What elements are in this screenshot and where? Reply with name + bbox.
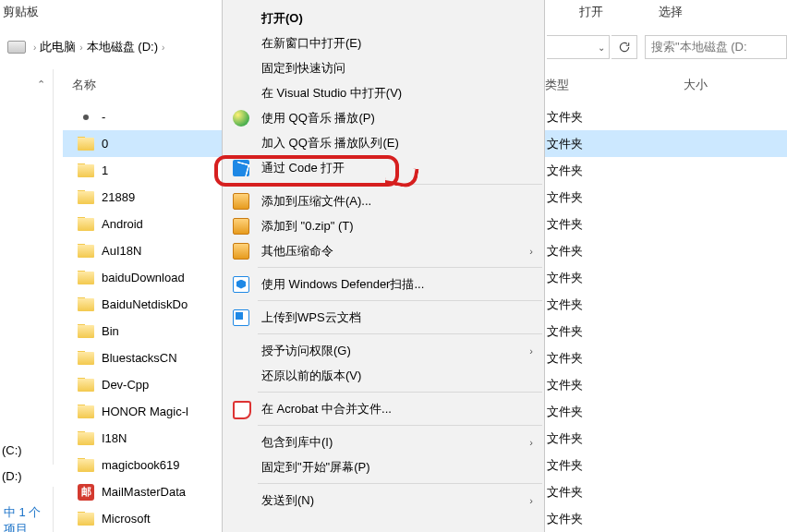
file-name: I18N xyxy=(102,431,127,445)
menu-item-label: 包含到库中(I) xyxy=(261,434,333,451)
file-type: 文件夹 xyxy=(547,136,685,152)
file-name: HONOR Magic-l xyxy=(102,405,188,418)
file-name: BaiduNetdiskDo xyxy=(102,297,188,311)
file-name: Bin xyxy=(102,324,119,338)
menu-separator xyxy=(258,184,542,185)
chevron-down-icon: ⌄ xyxy=(598,42,605,53)
file-name: BluestacksCN xyxy=(102,351,177,365)
menu-item[interactable]: 在新窗口中打开(E) xyxy=(223,30,544,55)
bullet-icon xyxy=(83,115,89,120)
menu-separator xyxy=(258,392,542,393)
menu-item[interactable]: 其他压缩命令› xyxy=(223,238,544,263)
menu-item-label: 其他压缩命令 xyxy=(261,243,333,260)
nav-drive-c[interactable]: (C:) xyxy=(0,439,54,461)
file-name: Dev-Cpp xyxy=(102,378,149,392)
chevron-right-icon: › xyxy=(162,42,164,53)
menu-item-label: 授予访问权限(G) xyxy=(261,343,351,359)
file-type: 文件夹 xyxy=(547,296,685,313)
menu-item[interactable]: 通过 Code 打开 xyxy=(223,155,544,180)
menu-item[interactable]: 授予访问权限(G)› xyxy=(223,338,544,363)
ribbon-groups-right: 打开 选择 xyxy=(547,0,787,24)
refresh-icon xyxy=(618,41,631,54)
refresh-button[interactable] xyxy=(611,35,637,59)
column-header-size[interactable]: 大小 xyxy=(684,77,776,93)
navigation-pane: ⌃ (C:) (D:) 中 1 个项目 xyxy=(0,69,54,532)
menu-item-label: 还原以前的版本(V) xyxy=(261,368,361,384)
menu-item-label: 发送到(N) xyxy=(261,492,314,509)
menu-item[interactable]: 固定到"开始"屏幕(P) xyxy=(223,454,544,479)
menu-item-label: 固定到快速访问 xyxy=(261,60,345,77)
folder-icon xyxy=(78,325,94,338)
column-header-type[interactable]: 类型 xyxy=(545,77,684,93)
file-type: 文件夹 xyxy=(547,109,685,126)
menu-item[interactable]: 添加到压缩文件(A)... xyxy=(223,188,544,213)
folder-icon xyxy=(78,138,94,151)
menu-item[interactable]: 发送到(N)› xyxy=(223,488,544,513)
menu-item-label: 打开(O) xyxy=(261,10,303,27)
menu-item[interactable]: 在 Visual Studio 中打开(V) xyxy=(223,80,544,105)
menu-item-label: 使用 Windows Defender扫描... xyxy=(261,276,424,293)
search-input[interactable]: 搜索"本地磁盘 (D: xyxy=(645,35,787,59)
menu-item[interactable]: 还原以前的版本(V) xyxy=(223,363,544,388)
ribbon-select-label: 选择 xyxy=(659,4,683,20)
file-type: 文件夹 xyxy=(547,457,685,474)
folder-icon xyxy=(78,432,94,445)
menu-item[interactable]: 在 Acrobat 中合并文件... xyxy=(223,396,544,421)
menu-item[interactable]: 上传到WPS云文档 xyxy=(223,305,544,330)
menu-item-label: 固定到"开始"屏幕(P) xyxy=(261,459,370,476)
breadcrumb[interactable]: › 此电脑 › 本地磁盘 (D:) › xyxy=(33,39,164,55)
breadcrumb-drive[interactable]: 本地磁盘 (D:) xyxy=(87,39,158,55)
file-type: 文件夹 xyxy=(547,377,685,393)
breadcrumb-this-pc[interactable]: 此电脑 xyxy=(40,39,76,55)
file-type: 文件夹 xyxy=(547,189,685,206)
file-type: 文件夹 xyxy=(547,163,685,179)
expand-icon[interactable]: ⌃ xyxy=(37,79,46,88)
nav-drive-d[interactable]: (D:) xyxy=(0,465,54,487)
file-name: magicbook619 xyxy=(102,458,180,472)
file-name: MailMasterData xyxy=(102,485,186,499)
chevron-right-icon: › xyxy=(529,495,533,506)
file-type: 文件夹 xyxy=(547,323,685,340)
menu-item-label: 在新窗口中打开(E) xyxy=(261,35,361,52)
search-placeholder: 搜索"本地磁盘 (D: xyxy=(651,39,747,55)
menu-separator xyxy=(258,425,542,426)
folder-icon xyxy=(78,218,94,231)
qq-music-icon xyxy=(233,110,249,127)
folder-icon xyxy=(78,164,94,177)
file-type: 文件夹 xyxy=(547,484,685,501)
menu-item[interactable]: 使用 QQ音乐 播放(P) xyxy=(223,105,544,130)
menu-item-label: 在 Visual Studio 中打开(V) xyxy=(261,85,402,102)
ribbon-group-clipboard: 剪贴板 xyxy=(0,0,55,24)
folder-icon xyxy=(78,245,94,258)
menu-item[interactable]: 加入 QQ音乐 播放队列(E) xyxy=(223,130,544,155)
file-name: 1 xyxy=(102,163,108,177)
menu-separator xyxy=(258,333,542,334)
folder-icon xyxy=(78,352,94,365)
context-menu: 打开(O)在新窗口中打开(E)固定到快速访问在 Visual Studio 中打… xyxy=(222,0,545,532)
zip-icon-icon xyxy=(233,243,249,260)
menu-item-label: 加入 QQ音乐 播放队列(E) xyxy=(261,135,399,151)
file-type: 文件夹 xyxy=(547,243,685,260)
chevron-right-icon: › xyxy=(529,345,533,357)
menu-item[interactable]: 使用 Windows Defender扫描... xyxy=(223,272,544,296)
folder-icon xyxy=(78,379,94,392)
chevron-right-icon: › xyxy=(529,437,533,448)
menu-item-label: 使用 QQ音乐 播放(P) xyxy=(261,110,375,127)
file-name: Android xyxy=(102,217,143,231)
menu-item[interactable]: 固定到快速访问 xyxy=(223,55,544,80)
file-type: 文件夹 xyxy=(547,350,685,367)
file-type: 文件夹 xyxy=(547,511,685,527)
file-type: 文件夹 xyxy=(547,404,685,420)
menu-item[interactable]: 添加到 "0.zip" (T) xyxy=(223,213,544,238)
drive-icon xyxy=(7,41,26,54)
address-dropdown[interactable]: ⌄ xyxy=(547,35,610,59)
folder-icon xyxy=(78,191,94,204)
ribbon-clipboard-label: 剪贴板 xyxy=(3,4,39,20)
file-name: 21889 xyxy=(102,190,135,204)
file-type: 文件夹 xyxy=(547,216,685,233)
chevron-right-icon: › xyxy=(79,42,82,53)
folder-icon xyxy=(78,405,94,418)
menu-item[interactable]: 打开(O) xyxy=(223,6,544,30)
wps-icon-icon xyxy=(233,309,249,326)
menu-item[interactable]: 包含到库中(I)› xyxy=(223,429,544,454)
